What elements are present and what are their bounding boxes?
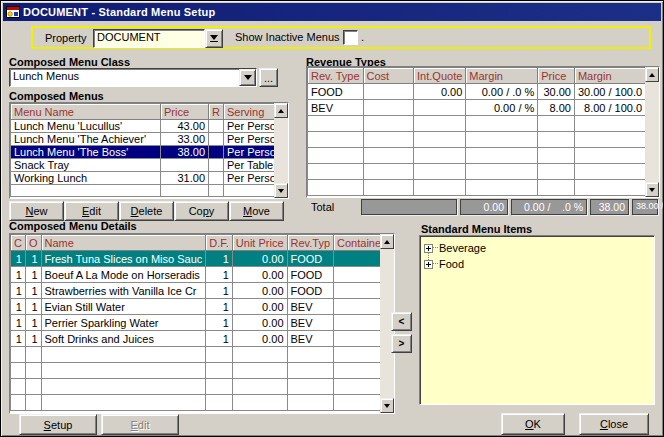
- table-row-selected[interactable]: Lunch Menu 'The Boss' 38.00 Per Person: [11, 146, 286, 159]
- show-inactive-checkbox[interactable]: [343, 30, 358, 45]
- scroll-up-button[interactable]: [274, 103, 288, 118]
- table-row-empty[interactable]: [308, 164, 659, 180]
- table-row-empty[interactable]: [11, 185, 286, 197]
- cell-menu-name: Lunch Menu 'The Achiever': [11, 133, 161, 146]
- edit-button[interactable]: Edit: [64, 201, 119, 221]
- tree-item-beverage[interactable]: Beverage: [422, 240, 652, 256]
- cell-unit-price: 0.00: [232, 267, 287, 283]
- property-dropdown-button[interactable]: [205, 29, 223, 48]
- cell-rev-type: BEV: [287, 299, 334, 315]
- expand-plus-icon[interactable]: [424, 244, 433, 253]
- scroll-down-button[interactable]: [380, 398, 394, 413]
- table-row-empty[interactable]: [308, 148, 659, 164]
- dropdown-lined-arrow-icon: [207, 35, 222, 42]
- transfer-left-button[interactable]: <: [391, 312, 412, 331]
- close-button[interactable]: Close: [579, 413, 649, 435]
- table-row[interactable]: 1 1 Evian Still Water 1 0.00 BEV: [11, 299, 396, 315]
- new-button[interactable]: New: [9, 201, 64, 221]
- menu-class-combobox[interactable]: Lunch Menus: [9, 68, 257, 87]
- cell-c: 1: [11, 299, 26, 315]
- standard-menu-items-tree[interactable]: Beverage Food: [419, 235, 655, 405]
- table-row-empty[interactable]: [308, 116, 659, 132]
- tree-item-label: Food: [438, 258, 464, 270]
- cell-margin: 0.00 / %: [466, 100, 538, 116]
- standard-menu-setup-window: DOCUMENT - Standard Menu Setup Property …: [0, 0, 664, 437]
- cell-name: Evian Still Water: [41, 299, 206, 315]
- col-int-quote: Int.Quote: [414, 68, 466, 84]
- table-row[interactable]: 1 1 Boeuf A La Mode on Horseradis 1 0.00…: [11, 267, 396, 283]
- cell-rev-type: FOOD: [287, 267, 334, 283]
- table-row-empty[interactable]: [308, 180, 659, 196]
- table-row-empty[interactable]: [11, 347, 396, 363]
- composed-menu-details-label: Composed Menu Details: [9, 220, 137, 232]
- table-row-selected[interactable]: 1 1 Fresh Tuna Slices on Miso Sauc 1 0.0…: [11, 251, 396, 267]
- scroll-up-icon: [384, 240, 390, 244]
- table-row[interactable]: Lunch Menu 'Lucullus' 43.00 Per Person: [11, 120, 286, 133]
- cell-rev-type: BEV: [308, 100, 364, 116]
- menu-class-browse-button[interactable]: ...: [259, 68, 278, 87]
- table-row-empty[interactable]: [11, 363, 396, 379]
- cell-cost: [363, 84, 414, 100]
- scroll-down-button[interactable]: [274, 183, 288, 198]
- table-row-empty[interactable]: [11, 379, 396, 395]
- total-margin2-field: 38.00 / 100.0%: [632, 199, 658, 215]
- scroll-up-button[interactable]: [645, 67, 659, 82]
- composed-menus-scrollbar[interactable]: [274, 103, 288, 198]
- expand-plus-icon[interactable]: [424, 260, 433, 269]
- move-button[interactable]: Move: [229, 201, 284, 221]
- table-row[interactable]: 1 1 Perrier Sparkling Water 1 0.00 BEV: [11, 315, 396, 331]
- cell-df: 1: [206, 251, 233, 267]
- cell-name: Fresh Tuna Slices on Miso Sauc: [41, 251, 206, 267]
- cell-df: 1: [206, 299, 233, 315]
- copy-button[interactable]: Copy: [174, 201, 229, 221]
- scroll-down-button[interactable]: [645, 182, 659, 197]
- table-row[interactable]: 1 1 Soft Drinks and Juices 1 0.00 BEV: [11, 331, 396, 347]
- cell-rev-type: FOOD: [287, 251, 334, 267]
- ok-button[interactable]: OK: [501, 413, 565, 435]
- table-row[interactable]: Lunch Menu 'The Achiever' 33.00 Per Pers…: [11, 133, 286, 146]
- revenue-types-scrollbar[interactable]: [645, 67, 659, 197]
- table-row[interactable]: Snack Tray Per Table: [11, 159, 286, 172]
- cell-unit-price: 0.00: [232, 331, 287, 347]
- left-arrow-icon: <: [399, 316, 405, 327]
- setup-button[interactable]: Setup: [19, 414, 97, 435]
- cell-o: 1: [25, 267, 41, 283]
- delete-button[interactable]: Delete: [119, 201, 174, 221]
- col-c: C: [11, 235, 26, 251]
- title-bar[interactable]: DOCUMENT - Standard Menu Setup: [3, 3, 661, 21]
- cell-r: [209, 172, 224, 185]
- cell-int-quote: [414, 100, 466, 116]
- col-menu-name: Menu Name: [11, 104, 161, 120]
- property-label: Property: [45, 32, 87, 44]
- property-combobox[interactable]: DOCUMENT: [93, 29, 205, 48]
- table-header-row: Menu Name Price R Serving: [11, 104, 286, 120]
- cell-name: Strawberries with Vanilla Ice Cr: [41, 283, 206, 299]
- menu-class-dropdown-button[interactable]: [239, 69, 256, 86]
- window-title: DOCUMENT - Standard Menu Setup: [23, 6, 215, 18]
- col-price: Price: [538, 68, 575, 84]
- app-icon: [6, 5, 20, 19]
- table-row[interactable]: 1 1 Strawberries with Vanilla Ice Cr 1 0…: [11, 283, 396, 299]
- chevron-down-icon: [244, 75, 252, 80]
- cell-c: 1: [11, 283, 26, 299]
- transfer-right-button[interactable]: >: [391, 334, 412, 353]
- total-int-quote-field: 0.00: [460, 199, 508, 215]
- table-row-empty[interactable]: [11, 395, 396, 411]
- cell-price: 30.00: [538, 84, 575, 100]
- cell-c: 1: [11, 331, 26, 347]
- table-row-empty[interactable]: [308, 132, 659, 148]
- scroll-up-icon: [649, 73, 655, 77]
- cell-r: [209, 120, 224, 133]
- tree-item-food[interactable]: Food: [422, 256, 652, 272]
- cell-price: 43.00: [161, 120, 209, 133]
- cell-menu-name: Lunch Menu 'The Boss': [11, 146, 161, 159]
- composed-menu-class-label: Composed Menu Class: [9, 56, 130, 68]
- table-row[interactable]: FOOD 0.00 0.00 / .0 % 30.00 30.00 / 100.…: [308, 84, 659, 100]
- ellipsis-label: ...: [264, 76, 273, 80]
- scroll-up-button[interactable]: [380, 234, 394, 249]
- cell-rev-type: BEV: [287, 331, 334, 347]
- col-cost: Cost: [363, 68, 414, 84]
- table-row[interactable]: BEV 0.00 / % 8.00 8.00 / 100.0 %: [308, 100, 659, 116]
- table-row[interactable]: Working Lunch 31.00 Per Person: [11, 172, 286, 185]
- col-name: Name: [41, 235, 206, 251]
